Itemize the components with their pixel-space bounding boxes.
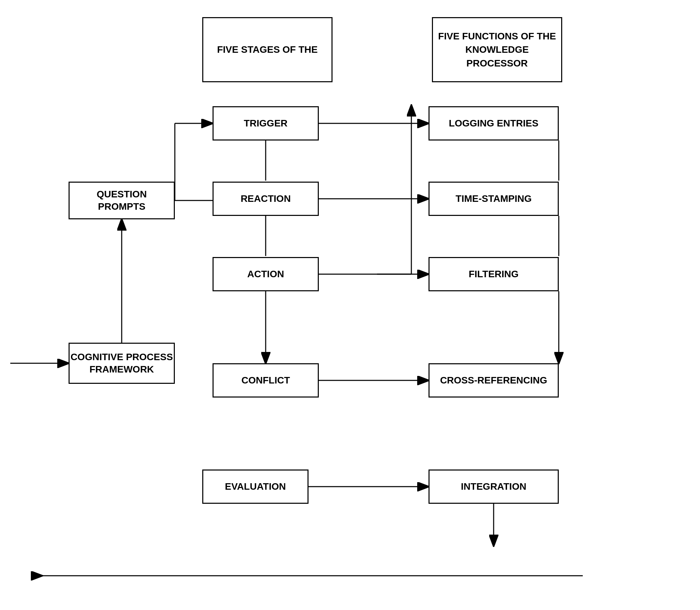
time-stamping-box: TIME-STAMPING [429,182,559,216]
evaluation-box: EVALUATION [202,469,309,504]
cognitive-process-framework-box: COGNITIVE PROCESSFRAMEWORK [69,343,175,384]
title-box-right: FIVE FUNCTIONS OF THEKNOWLEDGEPROCESSOR [432,17,562,82]
action-box: ACTION [213,257,319,291]
question-prompts-box: QUESTIONPROMPTS [69,182,175,219]
diagram-arrows [0,0,700,610]
diagram: FIVE STAGES OF THE FIVE FUNCTIONS OF THE… [0,0,700,610]
reaction-box: REACTION [213,182,319,216]
integration-box: INTEGRATION [429,469,559,504]
filtering-box: FILTERING [429,257,559,291]
cross-referencing-box: CROSS-REFERENCING [429,363,559,398]
logging-entries-box: LOGGING ENTRIES [429,106,559,141]
trigger-box: TRIGGER [213,106,319,141]
conflict-box: CONFLICT [213,363,319,398]
title-box-left: FIVE STAGES OF THE [202,17,333,82]
